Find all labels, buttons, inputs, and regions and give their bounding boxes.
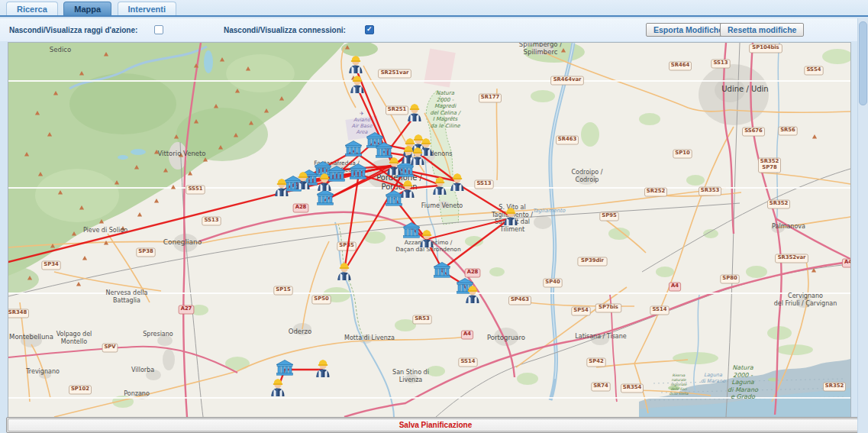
svg-text:SR352: SR352 xyxy=(825,383,844,389)
road-shield: SP463 xyxy=(509,296,531,305)
road-shield: SR251 xyxy=(386,106,408,115)
connessioni-checkbox[interactable] xyxy=(365,25,374,34)
svg-text:SR352: SR352 xyxy=(770,200,789,206)
road-shield: A28 xyxy=(293,204,308,212)
svg-text:SP80: SP80 xyxy=(722,275,737,281)
svg-text:SS51: SS51 xyxy=(189,186,203,192)
road-shield: SR53 xyxy=(413,315,431,324)
svg-text:SR464: SR464 xyxy=(671,62,690,68)
tab-bar: Ricerca Mappa Interventi xyxy=(0,0,868,17)
map-label: Palmanova xyxy=(772,223,805,230)
map-label: Sedico xyxy=(50,46,71,53)
svg-text:SS54: SS54 xyxy=(807,66,821,73)
svg-text:SS13: SS13 xyxy=(477,180,492,186)
road-shield: SR464 xyxy=(670,62,692,70)
svg-text:SP78: SP78 xyxy=(762,164,777,170)
svg-text:SR352var: SR352var xyxy=(778,254,806,260)
svg-text:SR252: SR252 xyxy=(647,188,666,194)
road-shield: SS13 xyxy=(475,180,493,189)
raggi-checkbox[interactable] xyxy=(154,25,163,34)
svg-text:SR74: SR74 xyxy=(593,383,608,389)
road-shield: SS676 xyxy=(743,128,765,136)
tab-interventi[interactable]: Interventi xyxy=(118,2,177,15)
footer-bar: Salva Pianificazione xyxy=(6,417,865,433)
svg-text:A4: A4 xyxy=(844,259,850,265)
road-shield: SP39dir xyxy=(578,257,607,266)
svg-text:A4: A4 xyxy=(671,283,679,289)
svg-text:SP104bis: SP104bis xyxy=(752,44,779,50)
road-shield: SS14 xyxy=(650,306,669,315)
svg-text:SS14: SS14 xyxy=(461,358,476,364)
road-shield: SP104bis xyxy=(750,44,782,53)
svg-text:SS13: SS13 xyxy=(205,217,219,223)
svg-text:A27: A27 xyxy=(181,305,192,312)
road-shield: SR352SP78 xyxy=(759,158,781,173)
road-shield: SP35 xyxy=(337,242,356,250)
svg-text:SP39dir: SP39dir xyxy=(581,257,605,263)
road-shield: SP38 xyxy=(137,248,155,257)
svg-text:SP10: SP10 xyxy=(675,150,690,156)
map-label: Motta di Livenza xyxy=(344,334,395,341)
road-shield: SP102 xyxy=(69,386,92,394)
tab-ricerca[interactable]: Ricerca xyxy=(6,2,58,15)
map-label: Tagliamento xyxy=(533,208,566,214)
road-shield: A27 xyxy=(179,305,194,314)
map-label: Portogruaro xyxy=(487,334,525,341)
road-shield: SP95 xyxy=(600,212,618,221)
road-shield: SS51 xyxy=(186,186,205,194)
svg-text:SR464var: SR464var xyxy=(553,76,582,82)
salva-pianificazione-button[interactable]: Salva Pianificazione xyxy=(8,418,863,431)
road-shield: SP42 xyxy=(587,358,605,367)
road-shield: SP7bis xyxy=(595,304,621,312)
map-label: Vittorio Veneto xyxy=(157,150,205,157)
resetta-modifiche-button[interactable]: Resetta modifiche xyxy=(720,23,804,37)
road-shield: SR74 xyxy=(592,383,610,391)
svg-text:SR251: SR251 xyxy=(388,106,407,112)
map-toolbar: Nascondi/Visualizza raggi d'azione: Nasc… xyxy=(0,18,868,41)
connessioni-label: Nascondi/Visualizza connessioni: xyxy=(224,26,346,34)
road-shield: SR352 xyxy=(824,383,846,391)
scrollbar-thumb[interactable] xyxy=(859,21,867,105)
svg-text:SPV: SPV xyxy=(104,344,116,350)
map-canvas[interactable]: ✈ SedicoVittorio VenetoPieve di SoligoCo… xyxy=(8,42,851,418)
svg-text:SR354: SR354 xyxy=(623,384,642,390)
road-shield: SR56 xyxy=(779,127,797,135)
svg-text:SS13: SS13 xyxy=(714,60,728,66)
svg-text:SP50: SP50 xyxy=(314,296,329,302)
svg-text:SS14: SS14 xyxy=(653,306,667,312)
map-label: Udine / Udin xyxy=(721,85,768,93)
vertical-scrollbar[interactable] xyxy=(857,18,868,433)
road-shield: SP15 xyxy=(274,286,292,295)
road-shield: SR353 xyxy=(699,187,721,195)
road-shield: SS54 xyxy=(805,66,823,75)
road-shield: SP10 xyxy=(673,150,692,158)
svg-text:SR251var: SR251var xyxy=(381,69,409,76)
map-label: Ponzano xyxy=(124,390,150,397)
svg-text:SP38: SP38 xyxy=(138,248,153,254)
svg-text:SR463: SR463 xyxy=(558,136,577,142)
road-shield: SP80 xyxy=(721,275,739,283)
svg-text:SS676: SS676 xyxy=(744,128,763,134)
road-shield: SR348 xyxy=(8,309,29,318)
svg-text:SP54: SP54 xyxy=(573,307,589,313)
road-shield: SP40 xyxy=(544,279,562,287)
svg-text:SP35: SP35 xyxy=(339,242,354,248)
map-label: Volpago delMontello xyxy=(56,331,92,345)
svg-text:SR177: SR177 xyxy=(481,94,500,100)
road-shield: A28 xyxy=(465,269,480,277)
map-label: Codroipo /Codroip xyxy=(572,169,603,183)
road-shield: SR251var xyxy=(379,69,411,78)
road-shield: A4 xyxy=(842,259,850,267)
svg-text:SR348: SR348 xyxy=(8,309,27,315)
road-shield: SR354 xyxy=(621,384,644,393)
tab-mappa[interactable]: Mappa xyxy=(63,2,111,15)
esporta-modifiche-button[interactable]: Esporta Modifiche xyxy=(646,23,731,37)
road-shield: SR177 xyxy=(479,94,502,102)
svg-text:SP40: SP40 xyxy=(545,279,560,285)
road-shield: SP50 xyxy=(312,296,331,304)
map-label: Montebelluna xyxy=(9,333,53,341)
svg-text:SP42: SP42 xyxy=(589,358,604,364)
svg-text:SP102: SP102 xyxy=(71,386,89,392)
road-shield: SR252 xyxy=(645,188,667,196)
map-label: Latisana / Tisane xyxy=(575,333,627,340)
